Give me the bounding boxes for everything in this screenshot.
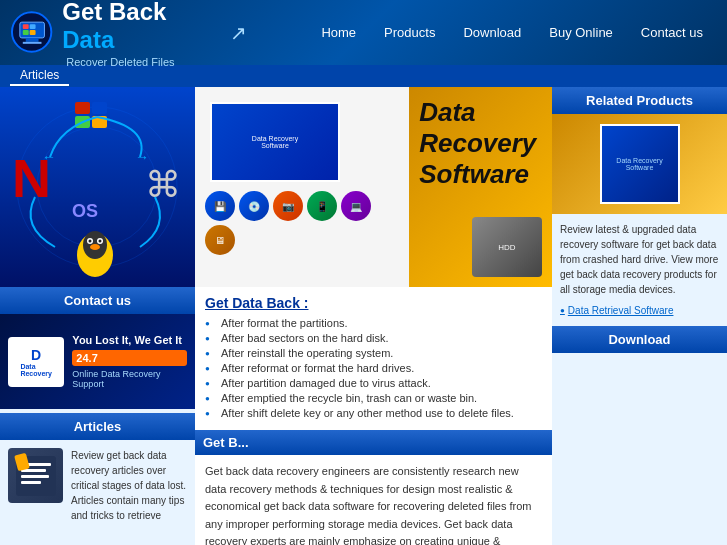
nav-contact-us[interactable]: Contact us [627, 20, 717, 45]
svg-rect-4 [23, 24, 29, 29]
svg-point-23 [90, 244, 100, 250]
bullet-2: After bad sectors on the hard disk. [205, 332, 542, 344]
bullet-dot: ● [560, 306, 565, 315]
svg-rect-10 [75, 102, 90, 114]
bullet-4: After reformat or format the hard drives… [205, 362, 542, 374]
articles-text-content: Review get back data recovery articles o… [71, 448, 187, 523]
svg-rect-2 [26, 38, 39, 42]
hero-svg: N OS ⌘ [0, 87, 195, 287]
banner-left: Data RecoverySoftware 💾 💿 📷 📱 💻 🖥 [195, 87, 409, 287]
logo-data: Data [62, 26, 114, 53]
get-data-back-title: Get Data Back : [205, 295, 542, 311]
bullet-7: After shift delete key or any other meth… [205, 407, 542, 419]
related-products-box: Related Products [552, 87, 727, 114]
get-data-back-section: Get Data Back : After format the partiti… [195, 287, 552, 430]
device-icon-3: 📷 [273, 191, 303, 221]
software-img-label: Data RecoverySoftware [252, 135, 298, 149]
bullet-3: After reinstall the operating system. [205, 347, 542, 359]
nav-buy-online[interactable]: Buy Online [535, 20, 627, 45]
device-icon-6: 🖥 [205, 225, 235, 255]
center-content: Data RecoverySoftware 💾 💿 📷 📱 💻 🖥 Data R… [195, 87, 552, 545]
download-box: Download [552, 326, 727, 353]
get-back-bar: Get B... [195, 430, 552, 455]
articles-svg [11, 451, 61, 501]
data-recovery-promo: D DataRecovery You Lost It, We Get It 24… [0, 314, 195, 409]
articles-box: Articles [0, 413, 195, 440]
support-badge: 24.7 [72, 350, 187, 366]
banner-title: Data Recovery Software [409, 87, 552, 200]
logo-subtitle: Recover Deleted Files [66, 56, 222, 68]
dr-tagline: You Lost It, We Get It [72, 334, 187, 346]
nav-products[interactable]: Products [370, 20, 449, 45]
nav-download[interactable]: Download [449, 20, 535, 45]
svg-rect-30 [21, 481, 41, 484]
banner-right: Data Recovery Software HDD [409, 87, 552, 287]
nav-home[interactable]: Home [307, 20, 370, 45]
main-content: N OS ⌘ [0, 87, 727, 545]
svg-rect-6 [23, 30, 29, 35]
dr-info: You Lost It, We Get It 24.7 Online Data … [72, 334, 187, 389]
header: Get Back Data Recover Deleted Files ↗ Ho… [0, 0, 727, 65]
banner-software-img: Data RecoverySoftware [210, 102, 340, 182]
main-text-area: Get back data recovery engineers are con… [195, 455, 552, 545]
data-retrieval-label: Data Retrieval Software [568, 305, 674, 316]
data-retrieval-link[interactable]: ● Data Retrieval Software [552, 305, 727, 322]
banner-area: Data RecoverySoftware 💾 💿 📷 📱 💻 🖥 Data R… [195, 87, 552, 287]
svg-point-22 [99, 240, 102, 243]
hero-icons: N OS ⌘ [0, 87, 195, 287]
device-icon-1: 💾 [205, 191, 235, 221]
articles-content: Review get back data recovery articles o… [0, 440, 195, 531]
arrow-decoration: ↗ [230, 21, 247, 45]
left-sidebar: N OS ⌘ [0, 87, 195, 545]
svg-text:OS: OS [72, 201, 98, 221]
svg-point-21 [89, 240, 92, 243]
online-support-text: Online Data Recovery Support [72, 369, 187, 389]
logo-back: Back [102, 0, 166, 25]
right-review-text: Review latest & upgraded data recovery s… [552, 214, 727, 305]
device-icons-row: 💾 💿 📷 📱 💻 🖥 [205, 191, 399, 255]
bullets-list: After format the partitions. After bad s… [205, 317, 542, 419]
dr-logo-top: D [31, 347, 41, 363]
svg-rect-3 [23, 42, 42, 44]
articles-icon [8, 448, 63, 503]
hero-image: N OS ⌘ [0, 87, 195, 287]
svg-text:←: ← [42, 149, 56, 165]
dr-logo-text: DataRecovery [20, 363, 52, 377]
svg-rect-11 [92, 102, 107, 114]
logo-icon [10, 10, 54, 55]
product-img-box: Data RecoverySoftware [600, 124, 680, 204]
bullet-6: After emptied the recycle bin, trash can… [205, 392, 542, 404]
product-img-label: Data RecoverySoftware [616, 157, 662, 171]
subnav: Articles [0, 65, 727, 87]
product-image-area: Data RecoverySoftware [552, 114, 727, 214]
contact-us-box: Contact us [0, 287, 195, 314]
main-nav: Home Products Download Buy Online Contac… [307, 20, 717, 45]
main-para-1: Get back data recovery engineers are con… [205, 463, 542, 545]
support-hours: 24.7 [76, 352, 97, 364]
dr-logo: D DataRecovery [8, 337, 64, 387]
bullet-1: After format the partitions. [205, 317, 542, 329]
right-sidebar: Related Products Data RecoverySoftware R… [552, 87, 727, 545]
logo-get: Get [62, 0, 102, 25]
subnav-articles[interactable]: Articles [10, 66, 69, 86]
svg-rect-7 [30, 30, 36, 35]
svg-text:→: → [135, 149, 149, 165]
device-icon-5: 💻 [341, 191, 371, 221]
logo-text-area: Get Back Data Recover Deleted Files [62, 0, 222, 68]
device-icon-2: 💿 [239, 191, 269, 221]
svg-rect-5 [30, 24, 36, 29]
svg-text:⌘: ⌘ [145, 164, 181, 205]
device-icon-4: 📱 [307, 191, 337, 221]
bullet-5: After partition damaged due to virus att… [205, 377, 542, 389]
logo-title: Get Back Data [62, 0, 222, 54]
logo-area: Get Back Data Recover Deleted Files [10, 0, 222, 68]
svg-rect-29 [21, 475, 49, 478]
hdd-image: HDD [472, 217, 542, 277]
